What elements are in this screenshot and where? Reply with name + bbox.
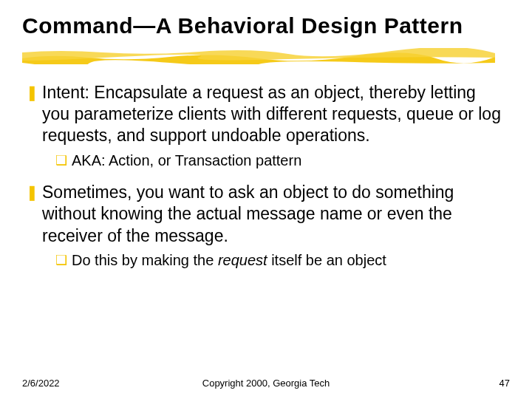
- slide-footer: 2/6/2022 Copyright 2000, Georgia Tech 47: [0, 378, 532, 389]
- sub-bullet-item: ❑ AKA: Action, or Transaction pattern: [55, 151, 506, 170]
- footer-page-number: 47: [499, 378, 510, 389]
- title-underline: [0, 44, 532, 67]
- sub-bullet-icon: ❑: [55, 151, 72, 170]
- sub-bullet-text: AKA: Action, or Transaction pattern: [72, 151, 506, 170]
- bullet-item: ❚ Sometimes, you want to ask an object t…: [26, 182, 506, 247]
- sub-bullet-icon: ❑: [55, 251, 72, 270]
- bullet-text: Intent: Encapsulate a request as an obje…: [42, 82, 506, 147]
- sub-bullet-item: ❑ Do this by making the request itself b…: [55, 251, 506, 270]
- footer-date: 2/6/2022: [22, 378, 60, 389]
- bullet-icon: ❚: [26, 82, 42, 147]
- sub-bullet-text: Do this by making the request itself be …: [72, 251, 506, 270]
- bullet-text: Sometimes, you want to ask an object to …: [42, 182, 506, 247]
- slide-title: Command—A Behavioral Design Pattern: [0, 0, 532, 44]
- footer-copyright: Copyright 2000, Georgia Tech: [202, 378, 330, 389]
- slide-body: ❚ Intent: Encapsulate a request as an ob…: [0, 67, 532, 270]
- bullet-item: ❚ Intent: Encapsulate a request as an ob…: [26, 82, 506, 147]
- bullet-icon: ❚: [26, 182, 42, 247]
